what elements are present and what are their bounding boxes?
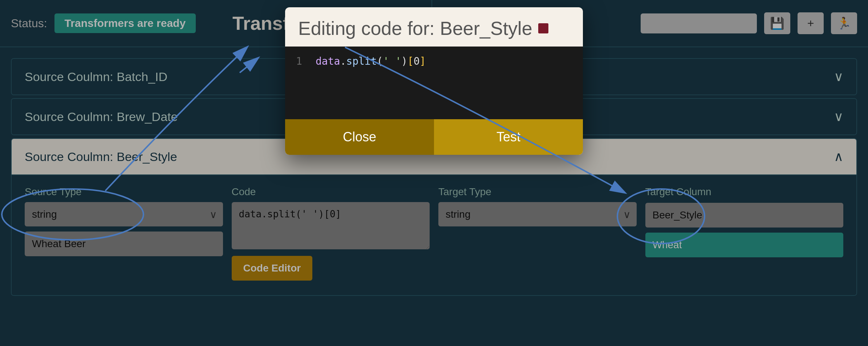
code-data: data [316,55,340,67]
modal-title: Editing code for: Beer_Style [285,7,583,47]
code-paren-close: ) [401,55,407,67]
modal-test-button[interactable]: Test [434,119,583,155]
code-index: 0 [414,55,420,67]
code-bracket-close: ] [420,55,426,67]
code-dot: . [340,55,346,67]
code-split: split [346,55,377,67]
modal-title-text: Editing code for: Beer_Style [298,17,532,39]
modal-buttons: Close Test [285,119,583,155]
code-string-arg: ' ' [383,55,401,67]
line-number-1: 1 [296,55,307,67]
code-bracket-open: [ [407,55,414,67]
modal-overlay: Editing code for: Beer_Style 1 data.spli… [0,0,868,346]
stop-icon [538,23,548,33]
code-paren-open: ( [377,55,383,67]
modal-close-button[interactable]: Close [285,119,434,155]
code-editor-modal: Editing code for: Beer_Style 1 data.spli… [285,7,583,155]
code-editor-area: 1 data.split(' ')[0] [285,47,583,119]
code-content: data.split(' ')[0] [316,55,426,67]
code-line-1: 1 data.split(' ')[0] [296,55,572,67]
